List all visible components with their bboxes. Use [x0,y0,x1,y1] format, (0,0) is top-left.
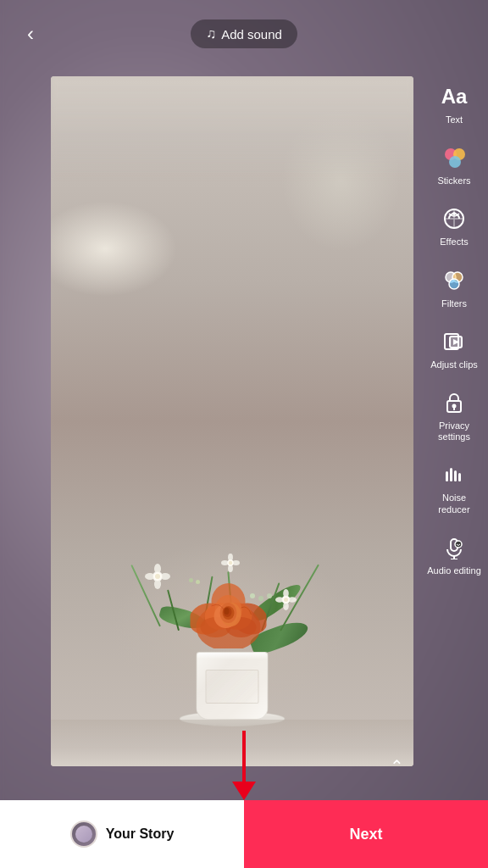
tool-audio-editing-label: Audio editing [427,565,481,576]
svg-point-41 [229,561,232,565]
tool-stickers-label: Stickers [437,175,470,186]
orange-rose [191,581,267,652]
privacy-settings-icon [439,387,469,418]
stickers-icon [439,142,469,173]
effects-icon [439,203,469,234]
noise-reducer-icon [439,459,469,490]
svg-point-2 [449,156,461,168]
white-flower-3 [221,554,240,576]
chevron-up-icon[interactable]: ⌃ [380,754,413,779]
tool-adjust-clips[interactable]: Adjust clips [424,320,485,377]
bottom-bar: Your Story Next [0,800,488,868]
svg-point-4 [452,212,456,215]
flower-image [51,76,413,766]
svg-point-56 [225,608,230,615]
text-icon: Aa [439,81,469,112]
top-bar: ‹ ♫ Add sound [0,0,488,68]
tool-audio-editing[interactable]: Audio editing [424,526,485,583]
svg-point-28 [155,574,160,579]
svg-rect-15 [450,468,452,481]
next-button[interactable]: Next [244,800,488,868]
right-toolbar: Aa Text Stickers Effects [420,68,488,583]
tool-text-label: Text [446,114,463,125]
svg-rect-14 [446,471,448,481]
tool-privacy-settings[interactable]: Privacy settings [424,381,485,449]
tool-effects[interactable]: Effects [424,197,485,254]
red-arrow [232,731,256,800]
top-bokeh [51,76,413,178]
back-button[interactable]: ‹ [14,17,47,51]
svg-rect-17 [458,473,461,481]
white-flower-2 [275,589,297,614]
svg-point-12 [452,403,457,408]
adjust-clips-icon [439,326,469,357]
story-avatar [70,821,97,848]
tool-privacy-settings-label: Privacy settings [427,420,481,442]
svg-point-35 [284,598,288,602]
audio-editing-icon [439,532,469,563]
svg-rect-16 [454,470,457,481]
tool-filters-label: Filters [441,298,467,309]
tool-filters[interactable]: Filters [424,259,485,316]
tool-text[interactable]: Aa Text [424,75,485,132]
tool-adjust-clips-label: Adjust clips [430,359,478,370]
avatar-image [75,826,92,843]
svg-point-21 [455,541,462,548]
add-sound-button[interactable]: ♫ Add sound [191,19,297,48]
arrow-line [242,731,246,782]
tool-stickers[interactable]: Stickers [424,136,485,193]
white-flower-1 [145,564,170,593]
back-icon: ‹ [27,22,34,46]
flower-cup [197,652,269,720]
next-label: Next [349,826,382,843]
arrow-head [232,782,256,800]
your-story-button[interactable]: Your Story [0,800,244,868]
tool-noise-reducer[interactable]: Noise reducer [424,453,485,521]
music-note-icon: ♫ [206,26,216,42]
add-sound-label: Add sound [221,27,282,42]
filters-icon [439,265,469,296]
tool-effects-label: Effects [440,236,468,248]
svg-point-7 [449,279,459,289]
tool-noise-reducer-label: Noise reducer [427,492,481,515]
main-image-container [51,76,413,766]
your-story-label: Your Story [106,826,175,842]
